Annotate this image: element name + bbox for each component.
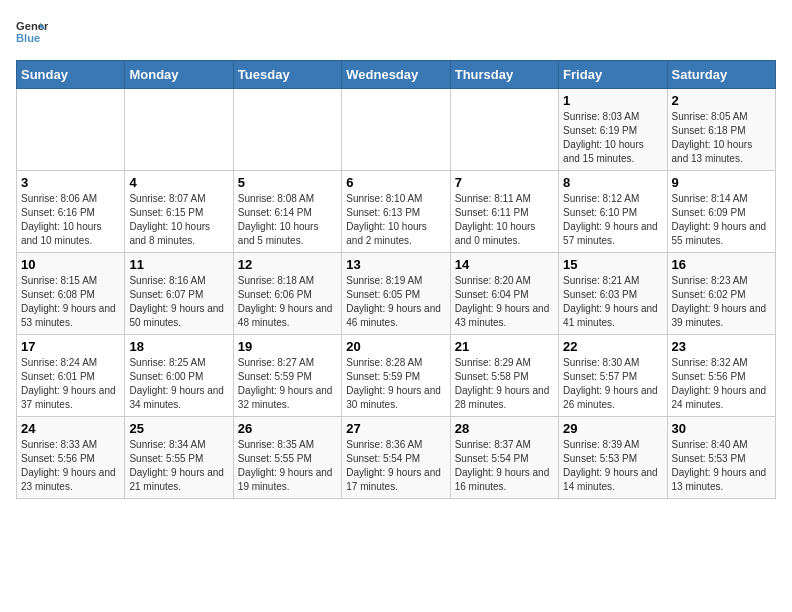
day-number: 28: [455, 421, 554, 436]
calendar-week: 17Sunrise: 8:24 AM Sunset: 6:01 PM Dayli…: [17, 335, 776, 417]
day-info: Sunrise: 8:15 AM Sunset: 6:08 PM Dayligh…: [21, 274, 120, 330]
day-info: Sunrise: 8:23 AM Sunset: 6:02 PM Dayligh…: [672, 274, 771, 330]
calendar-cell: 2Sunrise: 8:05 AM Sunset: 6:18 PM Daylig…: [667, 89, 775, 171]
calendar-cell: 4Sunrise: 8:07 AM Sunset: 6:15 PM Daylig…: [125, 171, 233, 253]
weekday-header: Friday: [559, 61, 667, 89]
logo: General Blue: [16, 16, 48, 48]
day-number: 13: [346, 257, 445, 272]
day-number: 8: [563, 175, 662, 190]
day-info: Sunrise: 8:21 AM Sunset: 6:03 PM Dayligh…: [563, 274, 662, 330]
calendar-cell: 9Sunrise: 8:14 AM Sunset: 6:09 PM Daylig…: [667, 171, 775, 253]
day-info: Sunrise: 8:10 AM Sunset: 6:13 PM Dayligh…: [346, 192, 445, 248]
page-header: General Blue: [16, 16, 776, 48]
day-number: 29: [563, 421, 662, 436]
day-number: 2: [672, 93, 771, 108]
calendar-cell: 18Sunrise: 8:25 AM Sunset: 6:00 PM Dayli…: [125, 335, 233, 417]
day-info: Sunrise: 8:33 AM Sunset: 5:56 PM Dayligh…: [21, 438, 120, 494]
day-number: 20: [346, 339, 445, 354]
calendar-cell: 10Sunrise: 8:15 AM Sunset: 6:08 PM Dayli…: [17, 253, 125, 335]
day-info: Sunrise: 8:29 AM Sunset: 5:58 PM Dayligh…: [455, 356, 554, 412]
day-number: 27: [346, 421, 445, 436]
calendar-table: SundayMondayTuesdayWednesdayThursdayFrid…: [16, 60, 776, 499]
day-number: 14: [455, 257, 554, 272]
day-number: 15: [563, 257, 662, 272]
day-info: Sunrise: 8:05 AM Sunset: 6:18 PM Dayligh…: [672, 110, 771, 166]
day-info: Sunrise: 8:25 AM Sunset: 6:00 PM Dayligh…: [129, 356, 228, 412]
day-number: 3: [21, 175, 120, 190]
calendar-cell: 29Sunrise: 8:39 AM Sunset: 5:53 PM Dayli…: [559, 417, 667, 499]
calendar-body: 1Sunrise: 8:03 AM Sunset: 6:19 PM Daylig…: [17, 89, 776, 499]
day-info: Sunrise: 8:28 AM Sunset: 5:59 PM Dayligh…: [346, 356, 445, 412]
day-info: Sunrise: 8:27 AM Sunset: 5:59 PM Dayligh…: [238, 356, 337, 412]
weekday-header: Saturday: [667, 61, 775, 89]
day-info: Sunrise: 8:30 AM Sunset: 5:57 PM Dayligh…: [563, 356, 662, 412]
weekday-header: Thursday: [450, 61, 558, 89]
calendar-cell: [233, 89, 341, 171]
calendar-cell: 1Sunrise: 8:03 AM Sunset: 6:19 PM Daylig…: [559, 89, 667, 171]
day-info: Sunrise: 8:35 AM Sunset: 5:55 PM Dayligh…: [238, 438, 337, 494]
day-number: 9: [672, 175, 771, 190]
calendar-cell: 15Sunrise: 8:21 AM Sunset: 6:03 PM Dayli…: [559, 253, 667, 335]
day-info: Sunrise: 8:37 AM Sunset: 5:54 PM Dayligh…: [455, 438, 554, 494]
day-info: Sunrise: 8:03 AM Sunset: 6:19 PM Dayligh…: [563, 110, 662, 166]
day-info: Sunrise: 8:06 AM Sunset: 6:16 PM Dayligh…: [21, 192, 120, 248]
calendar-cell: 8Sunrise: 8:12 AM Sunset: 6:10 PM Daylig…: [559, 171, 667, 253]
calendar-cell: 26Sunrise: 8:35 AM Sunset: 5:55 PM Dayli…: [233, 417, 341, 499]
day-info: Sunrise: 8:39 AM Sunset: 5:53 PM Dayligh…: [563, 438, 662, 494]
calendar-cell: 22Sunrise: 8:30 AM Sunset: 5:57 PM Dayli…: [559, 335, 667, 417]
calendar-week: 3Sunrise: 8:06 AM Sunset: 6:16 PM Daylig…: [17, 171, 776, 253]
calendar-cell: 13Sunrise: 8:19 AM Sunset: 6:05 PM Dayli…: [342, 253, 450, 335]
day-info: Sunrise: 8:07 AM Sunset: 6:15 PM Dayligh…: [129, 192, 228, 248]
day-info: Sunrise: 8:12 AM Sunset: 6:10 PM Dayligh…: [563, 192, 662, 248]
day-info: Sunrise: 8:11 AM Sunset: 6:11 PM Dayligh…: [455, 192, 554, 248]
calendar-cell: 5Sunrise: 8:08 AM Sunset: 6:14 PM Daylig…: [233, 171, 341, 253]
day-info: Sunrise: 8:36 AM Sunset: 5:54 PM Dayligh…: [346, 438, 445, 494]
day-number: 11: [129, 257, 228, 272]
weekday-header: Wednesday: [342, 61, 450, 89]
calendar-week: 10Sunrise: 8:15 AM Sunset: 6:08 PM Dayli…: [17, 253, 776, 335]
svg-text:Blue: Blue: [16, 32, 40, 44]
weekday-header: Sunday: [17, 61, 125, 89]
day-info: Sunrise: 8:40 AM Sunset: 5:53 PM Dayligh…: [672, 438, 771, 494]
day-info: Sunrise: 8:20 AM Sunset: 6:04 PM Dayligh…: [455, 274, 554, 330]
day-info: Sunrise: 8:18 AM Sunset: 6:06 PM Dayligh…: [238, 274, 337, 330]
calendar-week: 1Sunrise: 8:03 AM Sunset: 6:19 PM Daylig…: [17, 89, 776, 171]
calendar-cell: [450, 89, 558, 171]
calendar-cell: 20Sunrise: 8:28 AM Sunset: 5:59 PM Dayli…: [342, 335, 450, 417]
calendar-cell: 3Sunrise: 8:06 AM Sunset: 6:16 PM Daylig…: [17, 171, 125, 253]
calendar-cell: 12Sunrise: 8:18 AM Sunset: 6:06 PM Dayli…: [233, 253, 341, 335]
weekday-header: Monday: [125, 61, 233, 89]
day-info: Sunrise: 8:08 AM Sunset: 6:14 PM Dayligh…: [238, 192, 337, 248]
calendar-cell: 24Sunrise: 8:33 AM Sunset: 5:56 PM Dayli…: [17, 417, 125, 499]
calendar-cell: 17Sunrise: 8:24 AM Sunset: 6:01 PM Dayli…: [17, 335, 125, 417]
calendar-cell: 19Sunrise: 8:27 AM Sunset: 5:59 PM Dayli…: [233, 335, 341, 417]
calendar-cell: 28Sunrise: 8:37 AM Sunset: 5:54 PM Dayli…: [450, 417, 558, 499]
calendar-cell: 11Sunrise: 8:16 AM Sunset: 6:07 PM Dayli…: [125, 253, 233, 335]
day-number: 25: [129, 421, 228, 436]
day-number: 4: [129, 175, 228, 190]
calendar-cell: [342, 89, 450, 171]
day-number: 30: [672, 421, 771, 436]
calendar-cell: 7Sunrise: 8:11 AM Sunset: 6:11 PM Daylig…: [450, 171, 558, 253]
logo-icon: General Blue: [16, 16, 48, 48]
day-info: Sunrise: 8:14 AM Sunset: 6:09 PM Dayligh…: [672, 192, 771, 248]
calendar-header: SundayMondayTuesdayWednesdayThursdayFrid…: [17, 61, 776, 89]
day-info: Sunrise: 8:19 AM Sunset: 6:05 PM Dayligh…: [346, 274, 445, 330]
calendar-cell: 6Sunrise: 8:10 AM Sunset: 6:13 PM Daylig…: [342, 171, 450, 253]
calendar-cell: 21Sunrise: 8:29 AM Sunset: 5:58 PM Dayli…: [450, 335, 558, 417]
day-number: 22: [563, 339, 662, 354]
day-number: 23: [672, 339, 771, 354]
calendar-cell: 16Sunrise: 8:23 AM Sunset: 6:02 PM Dayli…: [667, 253, 775, 335]
calendar-cell: 27Sunrise: 8:36 AM Sunset: 5:54 PM Dayli…: [342, 417, 450, 499]
day-number: 21: [455, 339, 554, 354]
day-number: 6: [346, 175, 445, 190]
weekday-header: Tuesday: [233, 61, 341, 89]
day-number: 26: [238, 421, 337, 436]
calendar-cell: [125, 89, 233, 171]
calendar-cell: 30Sunrise: 8:40 AM Sunset: 5:53 PM Dayli…: [667, 417, 775, 499]
day-number: 1: [563, 93, 662, 108]
day-number: 7: [455, 175, 554, 190]
calendar-week: 24Sunrise: 8:33 AM Sunset: 5:56 PM Dayli…: [17, 417, 776, 499]
calendar-cell: [17, 89, 125, 171]
day-number: 12: [238, 257, 337, 272]
